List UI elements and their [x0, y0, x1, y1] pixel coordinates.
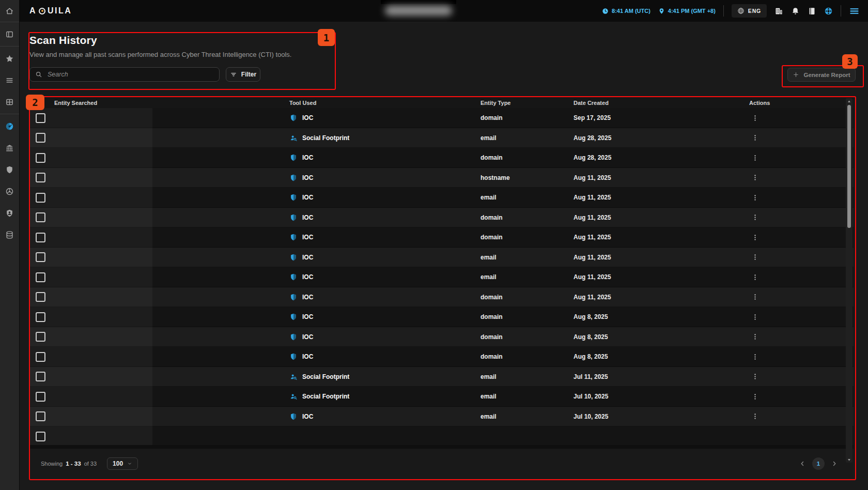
ioc-shield-icon [289, 114, 298, 122]
utc-time-label: 8:41 AM (UTC) [612, 8, 650, 14]
table-row[interactable]: IOC domain Sep 17, 2025 [29, 108, 854, 128]
filter-button[interactable]: Filter [226, 67, 260, 82]
row-actions-menu-button[interactable] [750, 352, 760, 362]
actions-cell [749, 252, 854, 262]
next-page-button[interactable] [831, 460, 838, 467]
entity-type-label: email [481, 254, 574, 261]
row-checkbox[interactable] [36, 411, 45, 421]
row-checkbox[interactable] [36, 252, 45, 262]
row-actions-menu-button[interactable] [750, 153, 760, 163]
row-checkbox[interactable] [36, 392, 45, 402]
generate-report-button[interactable]: Generate Report [787, 68, 856, 82]
row-checkbox[interactable] [36, 292, 45, 302]
row-actions-menu-button[interactable] [750, 312, 760, 322]
entity-searched-cell [52, 153, 289, 162]
sidebar-item-wheel[interactable] [0, 183, 19, 199]
row-actions-menu-button[interactable] [750, 411, 760, 421]
table-footer-divider [29, 445, 854, 449]
scroll-down-arrow-icon[interactable] [846, 456, 853, 463]
row-actions-menu-button[interactable] [750, 133, 760, 143]
table-row[interactable]: IOC email Aug 11, 2025 [29, 248, 854, 268]
col-header-entity-searched: Entity Searched [52, 100, 289, 106]
tool-used-cell: IOC [289, 233, 481, 241]
row-checkbox[interactable] [36, 233, 45, 242]
buoy-button[interactable] [824, 7, 833, 16]
table-row[interactable]: IOC hostname Aug 11, 2025 [29, 168, 854, 188]
page-size-dropdown[interactable]: 100 [107, 457, 138, 470]
row-checkbox[interactable] [36, 133, 45, 143]
row-actions-menu-button[interactable] [750, 292, 760, 302]
scrollbar-thumb[interactable] [847, 105, 851, 228]
row-actions-menu-button[interactable] [750, 372, 760, 381]
actions-cell [749, 411, 854, 421]
page-number-button[interactable]: 1 [812, 457, 825, 470]
row-actions-menu-button[interactable] [750, 332, 760, 342]
sidebar-item-badge[interactable] [0, 205, 19, 221]
row-actions-menu-button[interactable] [750, 252, 760, 262]
aquila-logo: A UILA [29, 6, 72, 16]
table-row[interactable]: IOC email Aug 11, 2025 [29, 188, 854, 208]
entity-type-label: email [481, 134, 574, 142]
table-row[interactable]: IOC domain Aug 8, 2025 [29, 327, 854, 347]
sidebar-item-bank[interactable] [0, 140, 19, 156]
table-row[interactable]: IOC domain Aug 11, 2025 [29, 208, 854, 228]
table-row[interactable]: Social Footprint email Jul 10, 2025 [29, 387, 854, 407]
row-actions-menu-button[interactable] [750, 392, 760, 402]
row-actions-menu-button[interactable] [750, 212, 760, 222]
tool-used-label: IOC [302, 174, 313, 181]
row-checkbox[interactable] [36, 153, 45, 163]
bell-button[interactable] [791, 7, 800, 16]
table-row[interactable]: IOC email Jul 10, 2025 [29, 407, 854, 427]
prev-page-button[interactable] [799, 460, 806, 467]
row-checkbox[interactable] [36, 352, 45, 362]
row-checkbox-cell [29, 372, 52, 381]
sidebar-item-database[interactable] [0, 227, 19, 242]
tool-used-cell: IOC [289, 213, 481, 222]
row-checkbox[interactable] [36, 372, 45, 381]
row-actions-menu-button[interactable] [750, 173, 760, 182]
row-actions-menu-button[interactable] [750, 233, 760, 242]
sidebar-item-menu[interactable] [0, 72, 19, 88]
table-row[interactable]: IOC domain Aug 11, 2025 [29, 287, 854, 308]
tool-used-cell: Social Footprint [289, 134, 481, 142]
annotation-label-1: 1 [318, 29, 335, 46]
sidebar-item-grid[interactable] [0, 94, 19, 110]
table-row[interactable]: IOC email Aug 11, 2025 [29, 267, 854, 287]
entity-type-label: domain [481, 313, 574, 320]
sidebar-item-shield[interactable] [0, 162, 19, 177]
language-selector[interactable]: ENG [732, 4, 767, 18]
table-row[interactable]: IOC domain Aug 28, 2025 [29, 148, 854, 168]
search-input[interactable] [47, 70, 214, 79]
row-checkbox[interactable] [36, 212, 45, 222]
row-checkbox[interactable] [36, 272, 45, 282]
row-checkbox[interactable] [36, 432, 45, 441]
scroll-up-arrow-icon[interactable] [846, 98, 853, 104]
scan-history-table: Entity Searched Tool Used Entity Type Da… [29, 97, 854, 478]
vertical-scrollbar[interactable] [846, 98, 853, 463]
kebab-menu-icon [751, 353, 759, 361]
col-header-tool-used: Tool Used [289, 100, 481, 106]
row-checkbox[interactable] [36, 113, 45, 123]
table-row[interactable]: IOC domain Aug 11, 2025 [29, 227, 854, 248]
row-checkbox[interactable] [36, 312, 45, 322]
book-button[interactable] [808, 7, 816, 16]
row-checkbox[interactable] [36, 332, 45, 342]
row-actions-menu-button[interactable] [750, 272, 760, 282]
sidebar-item-star[interactable] [0, 51, 19, 66]
table-row[interactable]: IOC domain Aug 8, 2025 [29, 307, 854, 327]
sidebar-item-panel[interactable] [0, 26, 19, 42]
tool-used-label: IOC [302, 254, 313, 261]
row-checkbox[interactable] [36, 193, 45, 203]
row-actions-menu-button[interactable] [750, 193, 760, 203]
table-row[interactable]: Social Footprint email Aug 28, 2025 [29, 128, 854, 148]
row-actions-menu-button[interactable] [750, 113, 760, 123]
sidebar-item-home[interactable] [0, 0, 19, 22]
table-row[interactable]: Social Footprint email Jul 11, 2025 [29, 367, 854, 387]
sidebar-item-radar[interactable] [0, 118, 19, 134]
building-button[interactable] [774, 7, 783, 16]
entity-searched-cell [52, 193, 289, 202]
main-menu-button[interactable] [849, 6, 860, 17]
row-checkbox[interactable] [36, 173, 45, 182]
table-row[interactable]: IOC domain Aug 8, 2025 [29, 347, 854, 367]
table-row[interactable] [29, 426, 854, 445]
